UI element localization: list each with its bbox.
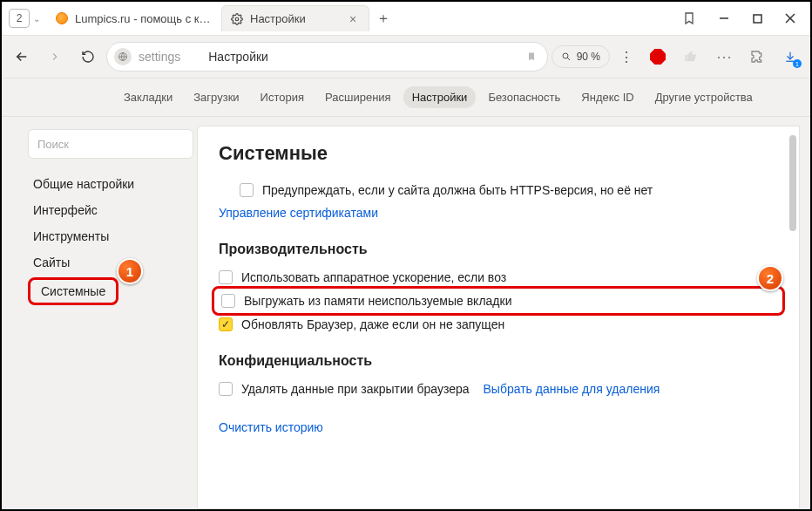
row-unload-tabs: Выгружать из памяти неиспользуемые вклад… [212, 286, 785, 316]
annotation-badge-2: 2 [757, 265, 783, 291]
label-https-warn: Предупреждать, если у сайта должна быть … [262, 183, 653, 197]
scrollbar[interactable] [789, 135, 796, 500]
link-manage-certs[interactable]: Управление сертификатами [219, 206, 378, 220]
settings-main: Поиск Общие настройки Интерфейс Инструме… [2, 117, 810, 509]
label-update-bg: Обновлять Браузер, даже если он не запущ… [241, 317, 504, 331]
forward-button[interactable] [40, 42, 70, 72]
settings-tab-downloads[interactable]: Загрузки [185, 86, 247, 108]
settings-search-input[interactable]: Поиск [28, 129, 193, 159]
settings-tab-bookmarks[interactable]: Закладки [115, 86, 181, 108]
tab-title: Настройки [250, 12, 339, 25]
bookmark-icon[interactable] [526, 51, 537, 63]
zoom-indicator[interactable]: 90 % [551, 45, 610, 68]
feedback-thumb-icon[interactable] [676, 42, 706, 72]
tab-count-chevron-icon[interactable]: ⌄ [33, 14, 40, 24]
magnifier-icon [561, 51, 572, 62]
titlebar: 2 ⌄ Lumpics.ru - помощь с ком Настройки … [2, 2, 810, 35]
sidebar-item-general[interactable]: Общие настройки [28, 171, 188, 197]
more-menu-icon[interactable]: ⋯ [709, 42, 739, 72]
tab-title: Lumpics.ru - помощь с ком [75, 12, 213, 25]
section-heading-performance: Производительность [219, 242, 778, 257]
address-text: settings [139, 50, 180, 64]
address-field[interactable]: settings Настройки [106, 42, 548, 72]
lumpics-favicon-icon [56, 12, 68, 24]
svg-point-0 [235, 17, 239, 21]
downloads-badge: 1 [793, 59, 802, 68]
label-unload-tabs: Выгружать из памяти неиспользуемые вклад… [244, 294, 511, 308]
sidebar-item-system[interactable]: Системные [28, 277, 118, 305]
checkbox-unload-tabs[interactable] [221, 294, 235, 308]
new-tab-button[interactable]: ＋ [373, 8, 394, 29]
minimize-button[interactable] [707, 5, 741, 31]
reading-list-icon[interactable] [676, 5, 702, 31]
settings-tab-security[interactable]: Безопасность [479, 86, 569, 108]
section-heading-system: Системные [219, 142, 778, 165]
annotation-badge-1: 1 [117, 258, 143, 284]
label-clear-on-close: Удалять данные при закрытии браузера [241, 382, 470, 396]
section-heading-privacy: Конфиденциальность [219, 353, 778, 369]
zoom-value: 90 % [577, 51, 600, 63]
settings-nav: Закладки Загрузки История Расширения Нас… [2, 78, 810, 117]
settings-tab-other-devices[interactable]: Другие устройства [646, 86, 761, 108]
settings-tab-settings[interactable]: Настройки [403, 86, 477, 108]
page-actions-menu[interactable]: ⋮ [613, 49, 639, 65]
site-info-icon[interactable] [114, 48, 132, 65]
settings-tab-history[interactable]: История [252, 86, 313, 108]
downloads-icon[interactable]: 1 [775, 42, 805, 72]
back-button[interactable] [7, 42, 37, 72]
label-hw-accel: Использовать аппаратное ускорение, если … [241, 270, 506, 284]
gear-icon [231, 13, 243, 25]
close-icon[interactable]: × [346, 12, 360, 26]
link-clear-history[interactable]: Очистить историю [219, 420, 323, 434]
tab-settings[interactable]: Настройки × [221, 5, 369, 31]
checkbox-hw-accel[interactable] [219, 270, 233, 284]
settings-sidebar: Поиск Общие настройки Интерфейс Инструме… [2, 117, 197, 509]
sidebar-item-tools[interactable]: Инструменты [28, 223, 188, 249]
settings-content: Системные Предупреждать, если у сайта до… [197, 126, 800, 509]
scrollbar-thumb[interactable] [789, 135, 796, 231]
adblock-icon[interactable] [643, 42, 673, 72]
search-placeholder: Поиск [37, 138, 69, 151]
svg-rect-2 [754, 15, 761, 23]
address-bar: settings Настройки 90 % ⋮ ⋯ 1 [2, 35, 810, 78]
sidebar-item-sites[interactable]: Сайты [28, 249, 188, 276]
svg-point-6 [563, 53, 568, 58]
settings-tab-extensions[interactable]: Расширения [316, 86, 400, 108]
close-window-button[interactable] [774, 5, 807, 31]
reload-button[interactable] [73, 42, 103, 72]
checkbox-clear-on-close[interactable] [219, 382, 233, 396]
svg-line-7 [567, 58, 570, 60]
checkbox-https-warn[interactable] [240, 183, 254, 197]
tab-count-button[interactable]: 2 [9, 9, 30, 28]
link-choose-data[interactable]: Выбрать данные для удаления [484, 382, 660, 396]
tab-lumpics[interactable]: Lumpics.ru - помощь с ком [47, 5, 221, 31]
sidebar-item-interface[interactable]: Интерфейс [28, 197, 188, 223]
settings-tab-yandexid[interactable]: Яндекс ID [572, 86, 642, 108]
address-page-title: Настройки [208, 50, 268, 64]
maximize-button[interactable] [741, 5, 774, 31]
extensions-icon[interactable] [742, 42, 772, 72]
checkbox-update-bg[interactable] [219, 317, 233, 331]
